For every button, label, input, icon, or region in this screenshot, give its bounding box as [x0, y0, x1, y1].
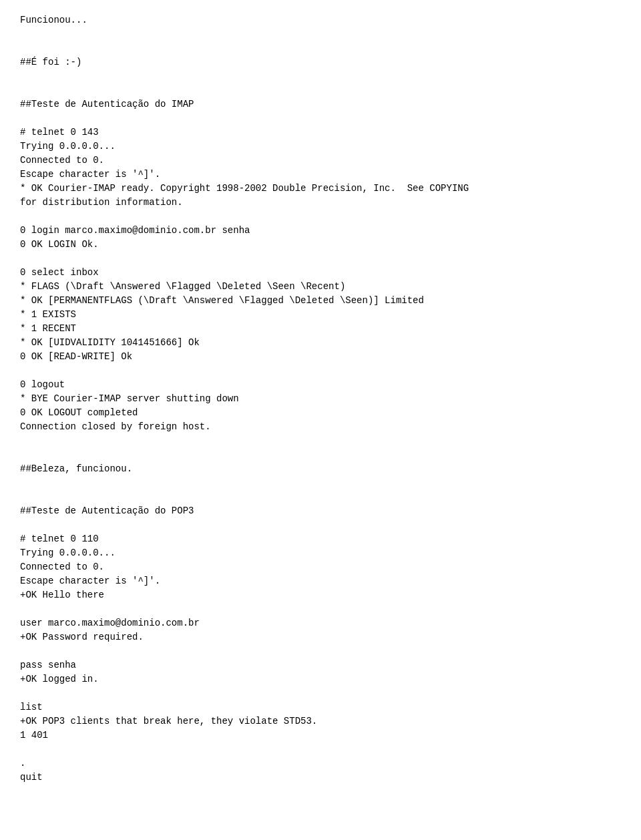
main-content: Funcionou... ##É foi :-) ##Teste de Aute…: [20, 13, 621, 785]
